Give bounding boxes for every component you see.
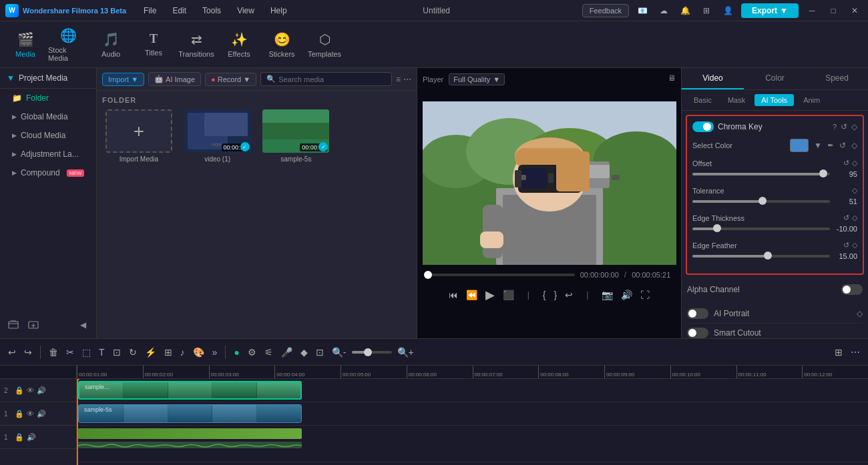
menu-file[interactable]: File <box>140 5 160 17</box>
volume-button[interactable]: 🔊 <box>621 290 632 300</box>
go-to-in-button[interactable]: ↩ <box>565 290 573 300</box>
import-media-item[interactable]: + Import Media <box>102 109 176 163</box>
new-folder-button[interactable] <box>25 317 41 333</box>
import-thumb[interactable]: + <box>105 109 172 153</box>
volume-icon-1[interactable]: 🔊 <box>37 410 46 418</box>
lock-icon-audio[interactable]: 🔒 <box>15 433 24 442</box>
transform-button[interactable]: ⊞ <box>162 344 175 360</box>
chroma-diamond-icon[interactable]: ◇ <box>851 122 857 131</box>
notification-icon[interactable]: 🔔 <box>677 3 693 19</box>
tolerance-diamond-icon[interactable]: ◇ <box>852 186 857 195</box>
toolbar-audio[interactable]: 🎵 Audio <box>91 25 131 65</box>
menu-view[interactable]: View <box>233 5 258 17</box>
edge-feather-slider[interactable] <box>692 255 830 258</box>
play-button[interactable]: ▶ <box>485 288 495 302</box>
export-button[interactable]: Export ▼ <box>741 3 799 18</box>
sub-tab-anim[interactable]: Anim <box>797 94 827 106</box>
zoom-in-button[interactable]: 🔍+ <box>395 344 417 360</box>
toolbar-effects[interactable]: ✨ Effects <box>219 25 259 65</box>
tolerance-slider[interactable] <box>692 200 830 203</box>
chroma-help-icon[interactable]: ? <box>833 123 837 131</box>
sidebar-item-folder[interactable]: 📁 Folder <box>0 89 96 107</box>
menu-tools[interactable]: Tools <box>198 5 225 17</box>
toolbar-media[interactable]: 🎬 Media <box>5 25 45 65</box>
step-back-button[interactable]: ⏪ <box>466 290 477 300</box>
lock-icon-1[interactable]: 🔒 <box>15 410 24 418</box>
toolbar-transitions[interactable]: ⇄ Transitions <box>176 25 216 65</box>
ai-portrait-toggle[interactable] <box>687 308 708 319</box>
color-tool-button[interactable]: 🎨 <box>190 344 207 360</box>
search-input[interactable] <box>278 75 386 83</box>
tolerance-thumb[interactable] <box>758 197 767 205</box>
toolbar-titles[interactable]: T Titles <box>134 25 174 65</box>
media-item-video1[interactable]: video 00:00:13 ✓ video (1) <box>181 109 254 163</box>
mark-out-button[interactable]: } <box>554 290 558 300</box>
cloud-icon[interactable]: ☁ <box>656 3 672 19</box>
chroma-key-toggle[interactable] <box>692 121 714 132</box>
account-icon[interactable]: 📧 <box>634 3 650 19</box>
edge-thickness-slider[interactable] <box>692 227 830 230</box>
zoom-out-button[interactable]: 🔍- <box>329 344 349 360</box>
edge-thickness-diamond-icon[interactable]: ◇ <box>852 213 857 222</box>
sub-tab-mask[interactable]: Mask <box>721 94 752 106</box>
zoom-slider[interactable] <box>352 351 392 354</box>
smart-cutout-toggle[interactable] <box>687 328 708 338</box>
volume-icon-audio[interactable]: 🔊 <box>27 433 36 442</box>
progress-dot[interactable] <box>424 271 432 279</box>
sidebar-item-global-media[interactable]: ▶ Global Media <box>0 107 96 126</box>
snapshot-button[interactable]: 📷 <box>602 290 613 300</box>
fullscreen-button[interactable]: ⛶ <box>640 290 650 300</box>
record-button[interactable]: ● Record ▼ <box>205 73 256 86</box>
alpha-channel-toggle[interactable] <box>841 284 863 295</box>
video1-clip[interactable]: sample... <box>78 381 302 400</box>
edge-feather-thumb[interactable] <box>764 252 772 260</box>
toolbar-templates[interactable]: ⬡ Templates <box>304 25 345 65</box>
sub-tab-ai-tools[interactable]: AI Tools <box>754 94 794 106</box>
screen-icon[interactable]: 🖥 <box>668 73 676 83</box>
user-icon[interactable]: 👤 <box>720 3 736 19</box>
maximize-button[interactable]: □ <box>825 3 841 19</box>
apps-icon[interactable]: ⊞ <box>698 3 714 19</box>
redo-button[interactable]: ↪ <box>21 344 35 360</box>
filter-icon[interactable]: ≡ <box>396 75 401 84</box>
menu-edit[interactable]: Edit <box>168 5 190 17</box>
offset-thumb[interactable] <box>819 169 827 177</box>
select-color-reset[interactable]: ↺ <box>839 141 846 150</box>
color-swatch[interactable] <box>790 139 809 152</box>
volume-icon-2[interactable]: 🔊 <box>37 386 46 395</box>
cut-button[interactable]: ✂ <box>63 344 77 360</box>
mark-in-button[interactable]: { <box>543 290 546 300</box>
stop-button[interactable]: ⬛ <box>503 290 514 300</box>
chroma-reset-icon[interactable]: ↺ <box>841 122 847 131</box>
minimize-button[interactable]: ─ <box>804 3 820 19</box>
group-button[interactable]: ⊡ <box>313 344 327 360</box>
select-color-diamond[interactable]: ◇ <box>851 141 857 150</box>
settings-button[interactable]: ⚙ <box>245 344 259 360</box>
delete-button[interactable]: 🗑 <box>46 344 61 360</box>
text-button[interactable]: T <box>96 344 107 360</box>
collapse-icon[interactable]: ▼ <box>7 73 15 83</box>
color-arrow[interactable]: ▼ <box>814 141 822 150</box>
eye-icon-2[interactable]: 👁 <box>27 386 34 394</box>
speed-button[interactable]: ⚡ <box>142 344 159 360</box>
undo-button[interactable]: ↩ <box>5 344 19 360</box>
sample5s-clip[interactable]: sample-5s <box>78 404 302 423</box>
edge-feather-reset-icon[interactable]: ↺ <box>843 241 849 250</box>
add-folder-button[interactable] <box>5 317 21 333</box>
audio-clip[interactable] <box>78 428 302 439</box>
layout-button[interactable]: ⊞ <box>832 344 845 360</box>
sub-tab-basic[interactable]: Basic <box>687 94 718 106</box>
sidebar-item-cloud-media[interactable]: ▶ Cloud Media <box>0 126 96 145</box>
select-button[interactable]: ⬚ <box>79 344 93 360</box>
sidebar-item-adjustment[interactable]: ▶ Adjustment La... <box>0 145 96 163</box>
rotate-button[interactable]: ↻ <box>126 344 140 360</box>
offset-diamond-icon[interactable]: ◇ <box>852 159 857 167</box>
toolbar-stickers[interactable]: 😊 Stickers <box>262 25 302 65</box>
tab-video[interactable]: Video <box>682 68 744 89</box>
more-tools-button[interactable]: » <box>210 344 220 360</box>
ai-image-button[interactable]: 🤖 AI Image <box>148 72 201 86</box>
toolbar-stock-media[interactable]: 🌐 Stock Media <box>48 25 88 65</box>
media-item-sample5s[interactable]: 00:00:05 ✓ sample-5s <box>260 109 333 163</box>
edge-thickness-thumb[interactable] <box>713 224 721 232</box>
tab-color[interactable]: Color <box>744 68 806 89</box>
